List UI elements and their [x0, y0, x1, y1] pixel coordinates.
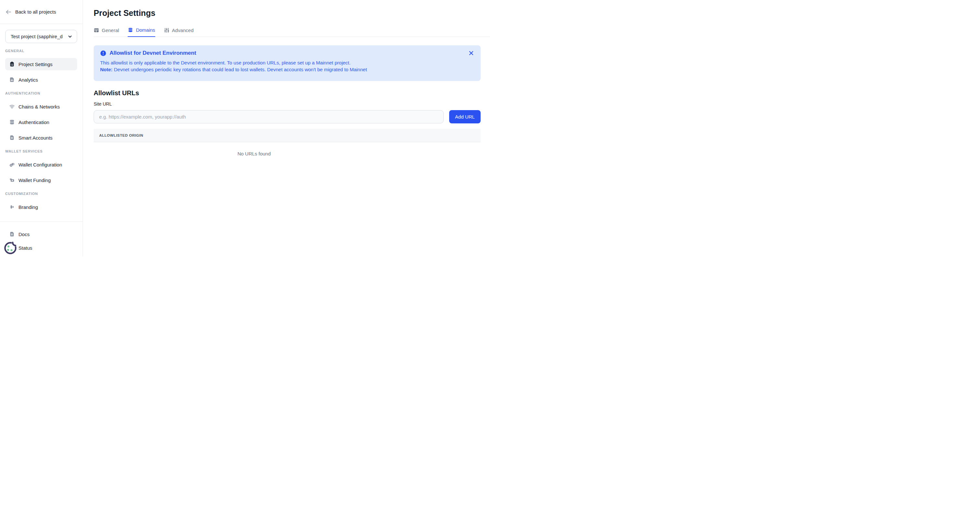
section-label-wallet-services: WALLET SERVICES: [5, 149, 83, 153]
branding-icon: [9, 204, 15, 210]
clipboard-icon: [9, 61, 15, 67]
wallet-gear-icon: [9, 162, 15, 167]
tab-label: General: [102, 27, 119, 33]
section-label-general: GENERAL: [5, 49, 83, 53]
empty-state-text: No URLs found: [94, 142, 415, 156]
sidebar-item-analytics[interactable]: Analytics: [5, 73, 77, 86]
sidebar-item-label: Branding: [19, 204, 38, 210]
sidebar-item-wallet-configuration[interactable]: Wallet Configuration: [5, 158, 77, 171]
sidebar: Back to all projects Test project (sapph…: [0, 0, 83, 256]
close-icon[interactable]: [468, 50, 474, 56]
add-url-button[interactable]: Add URL: [449, 110, 480, 123]
tab-label: Domains: [136, 27, 155, 33]
sidebar-item-label: Analytics: [19, 77, 38, 83]
app-window: Back to all projects Test project (sapph…: [0, 0, 490, 256]
page-title: Project Settings: [94, 8, 480, 18]
section-label-customization: CUSTOMIZATION: [5, 192, 83, 195]
sidebar-item-smart-accounts[interactable]: Smart Accounts: [5, 132, 77, 144]
sidebar-item-authentication[interactable]: Authentication: [5, 116, 77, 128]
banner-note-text: Devnet undergoes periodic key rotations …: [113, 67, 367, 72]
banner-body: This allowlist is only applicable to the…: [100, 59, 474, 73]
docs-icon: [9, 231, 15, 237]
sidebar-item-docs[interactable]: Docs: [5, 228, 78, 240]
sidebar-item-label: Smart Accounts: [19, 135, 52, 141]
sidebar-item-wallet-funding[interactable]: Wallet Funding: [5, 174, 77, 186]
database-icon: [9, 119, 15, 125]
back-label: Back to all projects: [15, 9, 56, 14]
back-to-projects-link[interactable]: Back to all projects: [0, 0, 83, 24]
table-icon: [94, 27, 99, 33]
analytics-icon: [9, 77, 15, 83]
devnet-allowlist-banner: Allowlist for Devnet Environment This al…: [94, 45, 480, 81]
project-selector[interactable]: Test project (sapphire_d: [5, 30, 77, 43]
wallet-funding-icon: [9, 177, 15, 183]
arrow-left-icon: [5, 9, 12, 15]
sidebar-item-branding[interactable]: Branding: [5, 201, 77, 211]
sidebar-item-project-settings[interactable]: Project Settings: [5, 58, 77, 70]
sidebar-item-label: Wallet Configuration: [19, 162, 62, 167]
tab-advanced[interactable]: Advanced: [164, 27, 194, 37]
file-icon: [9, 135, 15, 141]
column-header-allowlisted-origin: ALLOWLISTED ORIGIN: [99, 133, 143, 137]
tab-bar: General Domains: [94, 27, 490, 37]
banner-line-2: Note: Devnet undergoes periodic key rota…: [100, 66, 474, 73]
sidebar-item-label: Docs: [19, 232, 30, 237]
site-url-label: Site URL: [94, 102, 480, 106]
project-selector-value: Test project (sapphire_d: [11, 34, 68, 39]
tab-general[interactable]: General: [94, 27, 119, 37]
database-icon: [128, 27, 133, 33]
banner-line-1: This allowlist is only applicable to the…: [100, 59, 474, 66]
sidebar-item-label: Wallet Funding: [19, 178, 51, 183]
allowlist-table-header: ALLOWLISTED ORIGIN: [94, 129, 480, 142]
url-input-row: Add URL: [94, 110, 480, 123]
tab-label: Advanced: [172, 27, 194, 33]
allowlist-heading: Allowlist URLs: [94, 89, 480, 97]
sidebar-item-chains-networks[interactable]: Chains & Networks: [5, 100, 77, 113]
wifi-icon: [9, 104, 15, 110]
cookie-consent-button[interactable]: [3, 240, 18, 255]
sidebar-item-label: Status: [19, 245, 32, 251]
section-label-authentication: AUTHENTICATION: [5, 91, 83, 95]
tab-domains[interactable]: Domains: [128, 27, 155, 37]
main-content: Project Settings General: [83, 0, 490, 256]
banner-title: Allowlist for Devnet Environment: [110, 50, 196, 56]
chevron-down-icon: [68, 34, 72, 39]
sliders-icon: [164, 27, 170, 33]
sidebar-item-label: Project Settings: [19, 62, 52, 67]
banner-note-label: Note:: [100, 67, 113, 72]
sidebar-scroll-area: Test project (sapphire_d GENERAL: [0, 24, 83, 211]
sidebar-item-label: Authentication: [19, 119, 49, 125]
site-url-input[interactable]: [94, 110, 444, 123]
info-circle-icon: [100, 50, 106, 56]
sidebar-item-label: Chains & Networks: [19, 104, 60, 110]
